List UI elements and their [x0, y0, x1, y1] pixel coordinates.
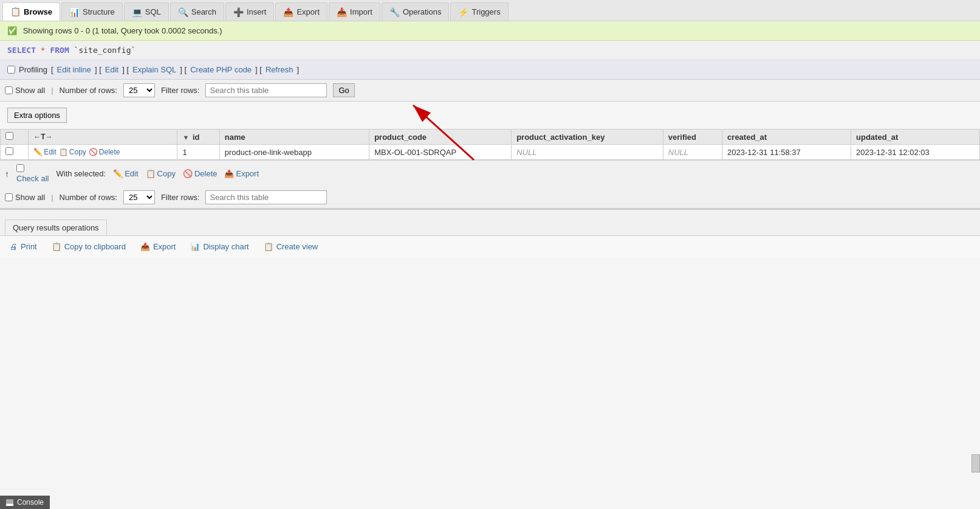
bottom-number-of-rows-select[interactable]: 25 50 100 250 500 — [123, 190, 155, 204]
bottom-copy-link[interactable]: 📋 Copy — [146, 169, 176, 178]
triggers-icon: ⚡ — [458, 7, 468, 17]
extra-options-button[interactable]: Extra options — [7, 108, 67, 123]
tab-insert[interactable]: ➕ Insert — [225, 2, 275, 21]
copy-row-link[interactable]: 📋 Copy — [59, 148, 86, 156]
edit-inline-link[interactable]: Edit inline — [57, 65, 91, 74]
info-message: Showing rows 0 - 0 (1 total, Query took … — [23, 26, 222, 35]
tab-sql-label: SQL — [145, 7, 161, 16]
bottom-export-link[interactable]: 📤 Export — [224, 169, 259, 178]
header-verified[interactable]: verified — [663, 130, 722, 145]
tab-import-label: Import — [350, 7, 372, 16]
tab-triggers-label: Triggers — [471, 7, 500, 16]
bottom-edit-link[interactable]: ✏️ Edit — [113, 169, 138, 178]
header-updated-at[interactable]: updated_at — [851, 130, 980, 145]
tab-search[interactable]: 🔍 Search — [170, 2, 224, 21]
qro-header-tab: Query results operations — [5, 220, 107, 235]
header-product-code-label: product_code — [374, 133, 427, 142]
qro-export-icon: 📤 — [140, 242, 150, 251]
tab-structure[interactable]: 📊 Structure — [61, 2, 123, 21]
cell-name: product-one-link-webapp — [219, 145, 369, 160]
qro-create-view-label: Create view — [276, 242, 318, 251]
copy-row-icon: 📋 — [59, 148, 68, 156]
create-view-icon: 📋 — [264, 242, 273, 251]
copy-row-label: Copy — [69, 148, 86, 156]
header-name[interactable]: name — [219, 130, 369, 145]
cell-product-code: MBX-OL-001-SDRQAP — [369, 145, 512, 160]
check-all-checkbox[interactable] — [16, 164, 24, 172]
cell-verified: NULL — [663, 145, 722, 160]
qro-print-link[interactable]: 🖨 Print — [10, 242, 37, 251]
create-php-code-link[interactable]: Create PHP code — [190, 65, 252, 74]
tab-import[interactable]: 📥 Import — [329, 2, 380, 21]
profiling-label: Profiling — [19, 65, 47, 74]
bottom-show-all-label: Show all — [5, 193, 45, 202]
check-all-label-container: Check all — [16, 164, 49, 183]
bottom-filter-rows-label: Filter rows: — [161, 193, 200, 202]
data-table: ←T→ ▼ id name product_code product_activ… — [0, 129, 980, 160]
qro-create-view-link[interactable]: 📋 Create view — [264, 242, 318, 251]
cell-created-at: 2023-12-31 11:58:37 — [722, 145, 851, 160]
explain-sql-link[interactable]: Explain SQL — [132, 65, 176, 74]
tab-browse[interactable]: 📋 Browse — [2, 2, 60, 21]
sql-display: SELECT * FROM `site_config` — [0, 41, 980, 60]
qro-display-chart-link[interactable]: 📊 Display chart — [190, 242, 248, 251]
edit-row-link[interactable]: ✏️ Edit — [33, 148, 57, 156]
header-product-code[interactable]: product_code — [369, 130, 512, 145]
top-nav: 📋 Browse 📊 Structure 💻 SQL 🔍 Search ➕ In… — [0, 0, 980, 21]
bottom-filter-bar: Show all | Number of rows: 25 50 100 250… — [0, 187, 980, 209]
check-all-link[interactable]: Check all — [16, 174, 49, 183]
bottom-delete-icon: 🚫 — [183, 169, 193, 178]
info-bar: ✅ Showing rows 0 - 0 (1 total, Query too… — [0, 21, 980, 41]
tab-browse-label: Browse — [24, 7, 52, 16]
qro-body: 🖨 Print 📋 Copy to clipboard 📤 Export 📊 D… — [0, 235, 980, 257]
top-search-input[interactable] — [205, 83, 327, 97]
row-checkbox-cell — [1, 145, 29, 160]
tab-structure-label: Structure — [83, 7, 115, 16]
number-of-rows-label: Number of rows: — [60, 86, 117, 95]
show-all-label: Show all — [5, 86, 45, 95]
header-id[interactable]: ▼ id — [177, 130, 219, 145]
cell-updated-at: 2023-12-31 12:02:03 — [851, 145, 980, 160]
qro-export-link[interactable]: 📤 Export — [140, 242, 176, 251]
tab-sql[interactable]: 💻 SQL — [124, 2, 169, 21]
header-product-activation-key[interactable]: product_activation_key — [512, 130, 663, 145]
edit-row-label: Edit — [44, 148, 57, 156]
refresh-link[interactable]: Refresh — [266, 65, 293, 74]
row-actions-cell: ✏️ Edit 📋 Copy 🚫 Delete — [29, 145, 177, 160]
header-checkbox-col — [1, 130, 29, 145]
bottom-copy-icon: 📋 — [146, 169, 156, 178]
resize-handle-header[interactable]: ←T→ — [29, 130, 177, 145]
tab-export[interactable]: 📤 Export — [275, 2, 327, 21]
qro-copy-clipboard-label: Copy to clipboard — [64, 242, 126, 251]
bottom-number-of-rows-label: Number of rows: — [60, 193, 117, 202]
edit-link[interactable]: Edit — [105, 65, 118, 74]
header-created-at-label: created_at — [727, 133, 767, 142]
bottom-search-input[interactable] — [205, 190, 327, 204]
qro-copy-clipboard-link[interactable]: 📋 Copy to clipboard — [52, 242, 126, 251]
delete-row-link[interactable]: 🚫 Delete — [89, 148, 120, 156]
up-arrow-icon: ↑ — [5, 169, 9, 179]
success-icon: ✅ — [7, 26, 17, 35]
show-all-checkbox[interactable] — [5, 86, 13, 94]
browse-icon: 📋 — [10, 7, 21, 16]
top-go-button[interactable]: Go — [333, 83, 354, 97]
bottom-actions: ↑ Check all With selected: ✏️ Edit 📋 Cop… — [0, 160, 980, 187]
row-checkbox[interactable] — [5, 147, 13, 155]
tab-operations[interactable]: 🔧 Operations — [382, 2, 450, 21]
bottom-show-all-checkbox[interactable] — [5, 193, 13, 201]
bottom-delete-link[interactable]: 🚫 Delete — [183, 169, 218, 178]
sort-arrow-icon: ▼ — [182, 134, 189, 141]
header-created-at[interactable]: created_at — [722, 130, 851, 145]
tab-insert-label: Insert — [247, 7, 267, 16]
search-icon: 🔍 — [178, 7, 188, 17]
number-of-rows-select[interactable]: 25 50 100 250 500 — [123, 83, 155, 97]
profiling-checkbox[interactable] — [7, 66, 15, 74]
select-all-checkbox[interactable] — [5, 132, 13, 140]
sql-table-name: `site_config` — [74, 46, 136, 55]
print-icon: 🖨 — [10, 242, 18, 251]
cell-id: 1 — [177, 145, 219, 160]
header-name-label: name — [225, 133, 245, 142]
extra-options-container: Extra options — [0, 102, 980, 129]
tab-triggers[interactable]: ⚡ Triggers — [450, 2, 508, 21]
qro-export-label: Export — [153, 242, 176, 251]
